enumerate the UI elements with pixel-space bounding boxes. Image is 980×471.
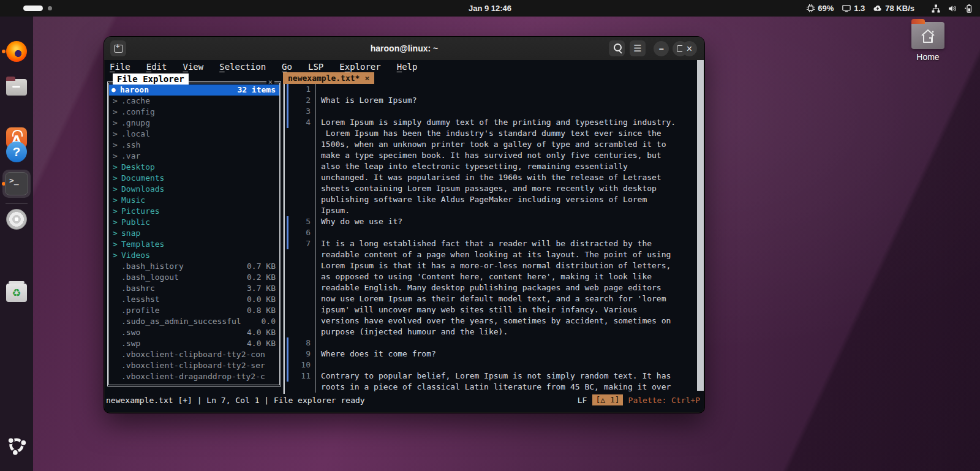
editor-row[interactable]: also the leap into electronic typesettin… — [285, 161, 696, 172]
chevron-right-icon: > — [113, 217, 121, 228]
file-explorer-panel: × File Explorer ●haroon32 items>.cache>.… — [107, 81, 281, 386]
editor-row[interactable]: publishing software like Aldus PageMaker… — [285, 194, 696, 205]
editor-row[interactable]: unchanged. It was popularised in the 196… — [285, 172, 696, 183]
editor-row[interactable]: 1 — [285, 84, 696, 95]
editor-row[interactable]: 9Where does it come from? — [285, 349, 696, 360]
explorer-row[interactable]: >.local — [109, 129, 279, 140]
explorer-row[interactable]: >.config — [109, 107, 279, 118]
explorer-row[interactable]: .profile0.8 KB — [109, 305, 279, 316]
editor-row[interactable]: purpose (injected humour and the like). — [285, 326, 696, 337]
files-icon[interactable] — [6, 79, 27, 96]
search-button[interactable] — [609, 40, 625, 56]
editor-row[interactable]: roots in a piece of classical Latin lite… — [285, 382, 696, 393]
chevron-right-icon: > — [113, 184, 121, 195]
editor-tab[interactable]: newexample.txt* × — [283, 72, 374, 84]
explorer-row[interactable]: .sudo_as_admin_successful0.0 — [109, 316, 279, 327]
explorer-row[interactable]: >Music — [109, 195, 279, 206]
explorer-row[interactable]: .bash_logout0.2 KB — [109, 272, 279, 283]
editor-row[interactable]: as opposed to using 'Content here, conte… — [285, 271, 696, 282]
chevron-right-icon — [113, 327, 121, 338]
editor-row[interactable]: versions have evolved over the years, so… — [285, 315, 696, 326]
editor-row[interactable]: now use Lorem Ipsum as their default mod… — [285, 293, 696, 304]
line-number — [288, 172, 315, 183]
explorer-row[interactable]: >.gnupg — [109, 118, 279, 129]
explorer-row[interactable]: >.var — [109, 151, 279, 162]
code-text: It is a long established fact that a rea… — [315, 238, 696, 249]
terminal-icon[interactable]: >_ — [5, 172, 28, 195]
disc-burner-icon[interactable] — [6, 209, 27, 230]
editor-row[interactable]: make a type specimen book. It has surviv… — [285, 150, 696, 161]
explorer-row[interactable]: .bash_history0.7 KB — [109, 261, 279, 272]
editor-row[interactable]: Lorem Ipsum is that it has a more-or-les… — [285, 260, 696, 271]
editor-row[interactable]: sheets containing Lorem Ipsum passages, … — [285, 183, 696, 194]
network-tree-icon — [931, 4, 941, 13]
minimize-button[interactable]: − — [654, 41, 669, 56]
line-number — [288, 249, 315, 260]
explorer-row[interactable]: >Videos — [109, 250, 279, 261]
explorer-row[interactable]: >Public — [109, 217, 279, 228]
explorer-row[interactable]: .bashrc3.7 KB — [109, 283, 279, 294]
editor-row[interactable]: 4Lorem Ipsum is simply dummy text of the… — [285, 117, 696, 128]
explorer-row[interactable]: >Templates — [109, 239, 279, 250]
window-titlebar[interactable]: haroon@linux: ~ ☰ − × — [104, 37, 704, 61]
explorer-row[interactable]: .lesshst0.0 KB — [109, 294, 279, 305]
editor-row[interactable]: ipsum' will uncover many web sites still… — [285, 304, 696, 315]
tab-close-icon[interactable]: × — [364, 72, 369, 84]
explorer-row[interactable]: >snap — [109, 228, 279, 239]
editor-row[interactable]: 3 — [285, 106, 696, 117]
editor-row[interactable]: 5Why do we use it? — [285, 216, 696, 227]
explorer-row[interactable]: >.cache — [109, 96, 279, 107]
editor-row[interactable]: readable English. Many desktop publishin… — [285, 282, 696, 293]
trash-icon[interactable]: ♻ — [6, 284, 27, 302]
palette-hint[interactable]: Palette: Ctrl+P — [628, 396, 700, 405]
explorer-row[interactable]: .swo4.0 KB — [109, 327, 279, 338]
editor-row[interactable]: readable content of a page when looking … — [285, 249, 696, 260]
code-text: Why do we use it? — [315, 216, 696, 227]
editor-row[interactable]: 10 — [285, 360, 696, 371]
editor-pane[interactable]: 12What is Lorem Ipsum?34Lorem Ipsum is s… — [283, 84, 696, 394]
explorer-row[interactable]: >Desktop — [109, 162, 279, 173]
editor-row[interactable]: 8 — [285, 337, 696, 349]
desktop-home-shortcut[interactable]: Home — [910, 22, 946, 62]
editor-row[interactable]: 6 — [285, 227, 696, 238]
menu-item-view[interactable]: View — [183, 62, 203, 72]
cursor-dot-icon: ● — [111, 85, 120, 96]
terminal-scrollbar[interactable] — [697, 60, 704, 391]
editor-row[interactable]: 1500s, when an unknown printer took a ga… — [285, 139, 696, 150]
explorer-row[interactable]: .vboxclient-clipboard-tty2-ser — [109, 360, 279, 371]
system-indicators[interactable]: 69% 1.3 78 KB/s — [806, 0, 974, 17]
explorer-row[interactable]: .vboxclient-draganddrop-tty2-c — [109, 371, 279, 382]
editor-row[interactable]: Lorem Ipsum has been the industry's stan… — [285, 128, 696, 139]
editor-row[interactable]: 2What is Lorem Ipsum? — [285, 95, 696, 106]
editor-row[interactable]: Ipsum. — [285, 205, 696, 216]
explorer-row-selected[interactable]: ●haroon32 items — [109, 85, 279, 96]
chevron-right-icon: > — [113, 206, 121, 217]
warning-badge[interactable]: [△ 1] — [592, 394, 622, 405]
terminal-content: FileEditViewSelectionGoLSPExplorerHelp ×… — [105, 60, 704, 412]
editor-row[interactable]: 7It is a long established fact that a re… — [285, 238, 696, 249]
explorer-row[interactable]: >Documents — [109, 173, 279, 184]
menu-item-selection[interactable]: Selection — [219, 62, 266, 72]
menu-item-explorer[interactable]: Explorer — [339, 62, 380, 72]
menu-item-go[interactable]: Go — [282, 62, 292, 72]
explorer-row[interactable]: .vboxclient-clipboard-tty2-con — [109, 349, 279, 360]
explorer-row[interactable]: >.ssh — [109, 140, 279, 151]
explorer-row[interactable]: >Downloads — [109, 184, 279, 195]
explorer-row[interactable]: .swp4.0 KB — [109, 338, 279, 349]
menu-item-lsp[interactable]: LSP — [308, 62, 323, 72]
code-text: make a type specimen book. It has surviv… — [315, 150, 696, 161]
help-icon[interactable]: ? — [6, 141, 27, 162]
firefox-icon[interactable] — [6, 41, 27, 62]
editor-row[interactable]: 11Contrary to popular belief, Lorem Ipsu… — [285, 371, 696, 382]
entry-name: .bash_history — [121, 261, 184, 272]
entry-name: Templates — [121, 239, 164, 250]
close-button[interactable]: × — [682, 41, 697, 56]
explorer-row[interactable]: >Pictures — [109, 206, 279, 217]
code-text: purpose (injected humour and the like). — [315, 326, 696, 337]
ubuntu-logo-icon[interactable] — [6, 435, 27, 456]
menu-item-help[interactable]: Help — [397, 62, 418, 72]
menu-item-edit[interactable]: Edit — [146, 62, 167, 72]
hamburger-menu-button[interactable]: ☰ — [630, 40, 646, 56]
code-text: sheets containing Lorem Ipsum passages, … — [315, 183, 696, 194]
menu-item-file[interactable]: File — [110, 62, 130, 72]
